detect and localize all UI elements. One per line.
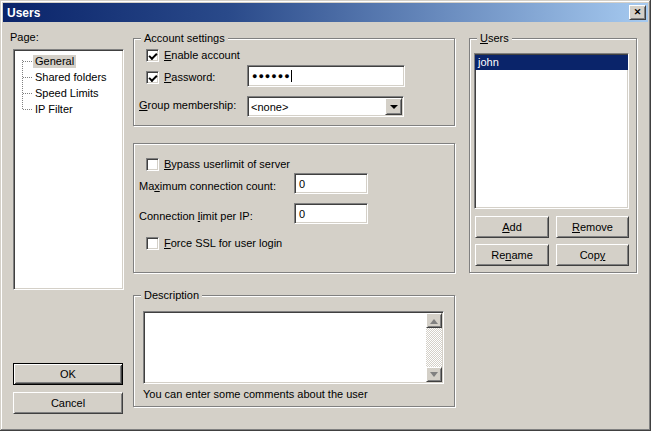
users-dialog: Users ✕ Page: General Shared folders Spe… bbox=[0, 0, 651, 431]
titlebar[interactable]: Users ✕ bbox=[3, 3, 648, 22]
group-membership-label: Group membership: bbox=[139, 99, 236, 112]
arrow-down-icon bbox=[430, 372, 438, 381]
max-connection-input[interactable]: 0 bbox=[294, 173, 368, 194]
window-title: Users bbox=[7, 6, 40, 20]
max-connection-value: 0 bbox=[299, 178, 305, 190]
password-checkbox[interactable] bbox=[146, 71, 159, 84]
tree-item-shared-folders[interactable]: Shared folders bbox=[14, 69, 123, 85]
group-membership-combobox[interactable]: <none> bbox=[247, 96, 404, 117]
tree-item-label: Shared folders bbox=[33, 71, 109, 84]
tree-item-label: Speed Limits bbox=[33, 87, 101, 100]
cancel-button[interactable]: Cancel bbox=[13, 392, 123, 414]
description-scrollbar[interactable] bbox=[426, 313, 442, 382]
scroll-up-button[interactable] bbox=[426, 313, 442, 328]
scroll-down-button[interactable] bbox=[426, 367, 442, 382]
connection-per-ip-label: Connection limit per IP: bbox=[139, 210, 253, 223]
tree-item-speed-limits[interactable]: Speed Limits bbox=[14, 85, 123, 101]
tree-item-ip-filter[interactable]: IP Filter bbox=[14, 101, 123, 117]
password-value: ●●●●●● bbox=[252, 72, 291, 81]
users-group: Users john Add Remove Rename Copy bbox=[469, 38, 637, 273]
combobox-dropdown-button[interactable] bbox=[385, 98, 402, 115]
close-icon: ✕ bbox=[634, 8, 642, 17]
password-input[interactable]: ●●●●●● bbox=[247, 65, 405, 87]
bypass-userlimit-checkbox[interactable] bbox=[146, 158, 159, 171]
tree-item-label: General bbox=[33, 55, 76, 68]
users-group-title: Users bbox=[477, 32, 512, 45]
force-ssl-checkbox[interactable] bbox=[146, 237, 159, 250]
remove-button[interactable]: Remove bbox=[556, 216, 629, 238]
copy-button-label: Copy bbox=[580, 249, 606, 261]
description-hint: You can enter some comments about the us… bbox=[143, 388, 368, 401]
account-settings-title: Account settings bbox=[141, 32, 228, 45]
bypass-userlimit-label: Bypass userlimit of server bbox=[164, 158, 290, 171]
page-tree[interactable]: General Shared folders Speed Limits IP F… bbox=[13, 49, 124, 290]
user-list-item[interactable]: john bbox=[475, 55, 628, 70]
max-connection-label: Maximum connection count: bbox=[139, 180, 276, 193]
description-textarea[interactable] bbox=[143, 311, 444, 384]
ok-button-label: OK bbox=[60, 368, 76, 380]
copy-button[interactable]: Copy bbox=[556, 244, 629, 266]
users-listbox[interactable]: john bbox=[474, 53, 629, 209]
description-group: Description You can enter some comments … bbox=[133, 295, 455, 407]
ok-button[interactable]: OK bbox=[13, 363, 123, 385]
text-caret bbox=[291, 70, 292, 82]
force-ssl-label: Force SSL for user login bbox=[164, 237, 282, 250]
connection-per-ip-input[interactable]: 0 bbox=[294, 203, 368, 224]
rename-button[interactable]: Rename bbox=[475, 244, 549, 266]
rename-button-label: Rename bbox=[491, 249, 533, 261]
user-name: john bbox=[478, 56, 499, 69]
password-label: Password: bbox=[164, 71, 215, 84]
add-button-label: Add bbox=[502, 221, 522, 233]
tree-item-general[interactable]: General bbox=[14, 53, 123, 69]
cancel-button-label: Cancel bbox=[51, 397, 85, 409]
account-settings-group: Account settings Enable account Password… bbox=[133, 38, 455, 126]
tree-item-label: IP Filter bbox=[33, 103, 75, 116]
description-title: Description bbox=[141, 289, 202, 302]
remove-button-label: Remove bbox=[572, 221, 613, 233]
enable-account-label: Enable account bbox=[164, 49, 240, 62]
page-label: Page: bbox=[10, 31, 39, 44]
add-button[interactable]: Add bbox=[475, 216, 549, 238]
close-button[interactable]: ✕ bbox=[629, 5, 646, 20]
chevron-down-icon bbox=[390, 105, 398, 113]
limits-group: Bypass userlimit of server Maximum conne… bbox=[133, 143, 455, 273]
group-membership-value: <none> bbox=[251, 101, 288, 113]
enable-account-checkbox[interactable] bbox=[146, 49, 159, 62]
connection-per-ip-value: 0 bbox=[299, 208, 305, 220]
arrow-up-icon bbox=[430, 315, 438, 324]
